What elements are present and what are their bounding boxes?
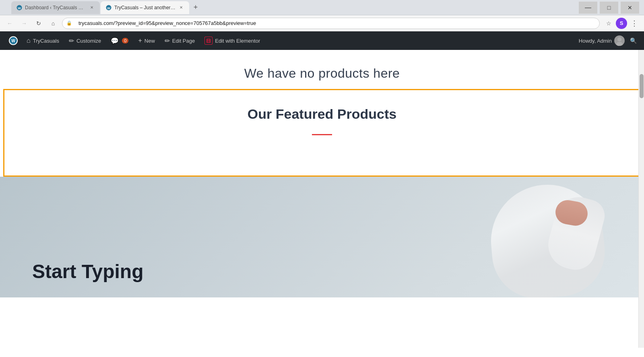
address-bar-field[interactable]: 🔒 trycasuals.com/?preview_id=95&preview_…: [62, 18, 600, 29]
admin-avatar[interactable]: [614, 35, 625, 46]
svg-text:W: W: [11, 39, 15, 43]
window-controls-right: — □ ✕: [579, 2, 639, 14]
tab-close-site[interactable]: ✕: [178, 4, 184, 11]
browser-addressbar: ← → ↻ ⌂ 🔒 trycasuals.com/?preview_id=95&…: [0, 15, 644, 31]
adminbar-edit-page-label: Edit Page: [172, 38, 195, 44]
adminbar-edit-page[interactable]: ✏ Edit Page: [160, 31, 200, 50]
nav-reload-button[interactable]: ↻: [33, 18, 44, 29]
window-maximize-button[interactable]: □: [600, 2, 618, 14]
adminbar-customize[interactable]: ✏ Customize: [64, 31, 106, 50]
adminbar-edit-elementor[interactable]: ⊟ Edit with Elementor: [200, 31, 265, 50]
adminbar-wp-logo[interactable]: W: [5, 31, 22, 50]
browser-tab-dashboard[interactable]: W Dashboard ‹ TryCasuals — Word... ✕: [11, 1, 100, 14]
new-icon: +: [138, 37, 142, 44]
profile-avatar[interactable]: S: [616, 18, 627, 29]
address-lock-icon: 🔒: [66, 21, 72, 26]
howdy-text: Howdy, Admin: [579, 38, 612, 44]
svg-text:W: W: [107, 6, 110, 10]
tab-close-dashboard[interactable]: ✕: [89, 4, 95, 11]
edit-page-icon: ✏: [165, 37, 170, 45]
adminbar-new-label: New: [144, 38, 155, 44]
comments-icon: 💬: [111, 37, 119, 45]
adminbar-site-name[interactable]: ⌂ TryCasuals: [22, 31, 64, 50]
hero-section: Start Typing: [0, 177, 644, 297]
tabs-bar: W Dashboard ‹ TryCasuals — Word... ✕ W T…: [11, 1, 576, 14]
adminbar-site-label: TryCasuals: [33, 38, 59, 44]
adminbar-comments[interactable]: 💬 0: [106, 31, 133, 50]
tab-title-dashboard: Dashboard ‹ TryCasuals — Word...: [25, 5, 86, 10]
tab-favicon-site: W: [105, 4, 112, 11]
menu-button[interactable]: ⋮: [629, 18, 640, 29]
scrollbar-thumb[interactable]: [640, 74, 644, 98]
customize-icon: ✏: [69, 37, 74, 45]
svg-point-6: [617, 37, 621, 41]
window-minimize-button[interactable]: —: [579, 2, 597, 14]
nav-forward-button[interactable]: →: [19, 18, 30, 29]
elementor-icon: ⊟: [204, 37, 213, 45]
adminbar-new[interactable]: + New: [133, 31, 159, 50]
tab-title-site: TryCasuals – Just another WordP...: [114, 5, 175, 10]
window-close-button[interactable]: ✕: [621, 2, 639, 14]
adminbar-elementor-label: Edit with Elementor: [215, 38, 260, 44]
bookmark-button[interactable]: ☆: [603, 18, 614, 29]
wp-logo-icon: W: [9, 36, 18, 45]
comment-count-badge: 0: [122, 38, 128, 43]
svg-point-7: [616, 42, 623, 46]
featured-products-divider: [312, 134, 332, 135]
site-icon: ⌂: [27, 37, 31, 44]
featured-products-title: Our Featured Products: [12, 106, 632, 122]
svg-text:W: W: [18, 6, 21, 10]
adminbar-right: Howdy, Admin 🔍: [579, 35, 639, 47]
adminbar-search-button[interactable]: 🔍: [627, 35, 639, 47]
addressbar-actions: ☆ S ⋮: [603, 18, 640, 29]
adminbar-customize-label: Customize: [76, 38, 101, 44]
address-url-text: trycasuals.com/?preview_id=95&preview_no…: [75, 20, 256, 26]
new-tab-button[interactable]: +: [190, 2, 201, 13]
nav-home-button[interactable]: ⌂: [47, 18, 59, 29]
browser-titlebar: W Dashboard ‹ TryCasuals — Word... ✕ W T…: [0, 0, 644, 15]
nav-back-button[interactable]: ←: [4, 18, 15, 29]
page-content: We have no products here Our Featured Pr…: [0, 50, 644, 340]
featured-products-section: Our Featured Products: [3, 89, 641, 177]
no-products-title: We have no products here: [8, 66, 636, 81]
wp-adminbar: W ⌂ TryCasuals ✏ Customize 💬 0 + New ✏ E…: [0, 31, 644, 50]
hero-text-area: Start Typing: [32, 262, 143, 281]
tab-favicon-dashboard: W: [16, 4, 23, 11]
scrollbar[interactable]: [638, 34, 644, 348]
browser-tab-site[interactable]: W TryCasuals – Just another WordP... ✕: [101, 1, 189, 14]
hero-start-typing-text: Start Typing: [32, 262, 143, 281]
no-products-section: We have no products here: [0, 50, 644, 89]
hero-person-container: [451, 177, 612, 297]
